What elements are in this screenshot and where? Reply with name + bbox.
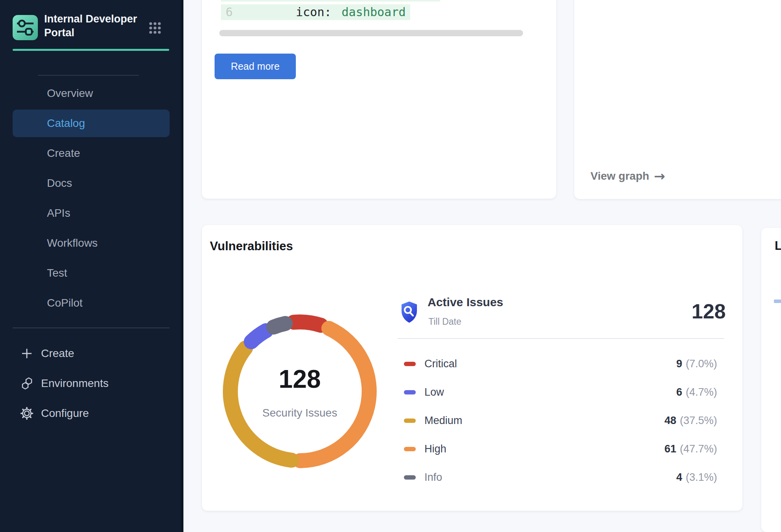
active-issues-total: 128 [647,299,726,323]
code-value: dashboard [342,4,406,20]
legend-swatch [404,419,416,423]
legend-swatch [404,447,416,451]
graph-card [574,0,781,199]
clipped-card-title: L [775,239,781,253]
donut-segment-critical [294,322,321,325]
legend-count: 48 [664,415,676,427]
shield-search-icon [400,301,419,324]
view-graph-label: View graph [590,170,649,182]
donut-segment-low [251,331,266,342]
sidebar-item-create[interactable]: Create [0,341,181,366]
legend-percentage: (37.5%) [680,415,717,427]
clipped-right-card [761,228,781,532]
sidebar-item-configure[interactable]: Configure [0,401,181,426]
app-title: Internal Developer Portal [44,12,144,40]
code-line: 6 icon: dashboard [221,4,410,20]
sidebar-item-catalog[interactable]: Catalog [13,110,170,137]
sidebar-item-workflows[interactable]: Workflows [13,229,170,257]
sidebar: Internal Developer Portal OverviewCatalo… [0,0,183,532]
view-graph-link[interactable]: View graph → [590,170,665,182]
donut-center-value: 128 [241,365,359,394]
sidebar-header-divider [38,75,139,76]
active-issues-title: Active Issues [428,296,503,309]
code-line-number: 6 [226,4,233,20]
active-issues-subtitle: Till Date [428,316,462,327]
donut-segment-high [300,328,369,461]
donut-center-label: Security Issues [231,407,369,419]
legend-label: Medium [424,415,462,427]
legend-count: 9 [676,358,682,370]
clipped-card-bar [774,299,781,303]
legend-row-medium: Medium48(37.5%) [398,406,724,435]
legend-count: 4 [676,471,682,484]
plus-icon [20,346,34,361]
legend-count: 61 [664,443,676,455]
sidebar-item-create[interactable]: Create [13,140,170,167]
legend-label: Critical [424,358,457,370]
sidebar-section-divider [13,327,170,328]
summary-divider [398,338,724,339]
legend-swatch [404,475,416,480]
arrow-right-icon: → [654,171,665,182]
gear-teeth [21,408,33,419]
sidebar-item-copilot[interactable]: CoPilot [13,289,170,317]
hexagons-icon [20,376,34,391]
legend-row-info: Info4(3.1%) [398,463,724,491]
legend-percentage: (3.1%) [686,471,717,484]
sidebar-item-environments[interactable]: Environments [0,371,181,396]
legend-percentage: (47.7%) [680,443,717,455]
code-key: icon: [296,4,331,20]
legend-count: 6 [676,386,682,398]
legend-percentage: (4.7%) [686,386,717,398]
horizontal-scrollbar[interactable] [219,30,523,36]
sidebar-accent-rule [13,49,169,51]
sidebar-footer-nav: Create Environments [0,341,181,431]
vulnerabilities-title: Vulnerabilities [210,239,293,253]
portal-logo-icon [13,15,38,40]
legend-row-low: Low6(4.7%) [398,378,724,406]
severity-legend: Critical9(7.0%)Low6(4.7%)Medium48(37.5%)… [398,350,724,491]
read-more-button[interactable]: Read more [215,54,296,79]
legend-swatch [404,390,416,394]
legend-row-critical: Critical9(7.0%) [398,350,724,378]
sidebar-item-label: Configure [41,407,89,420]
sidebar-item-overview[interactable]: Overview [13,80,170,107]
donut-segment-info [274,324,286,327]
sidebar-item-docs[interactable]: Docs [13,169,170,197]
gear-icon [20,406,34,420]
sidebar-item-apis[interactable]: APIs [13,199,170,227]
apps-grid-icon[interactable] [148,21,162,35]
sidebar-item-label: Create [41,347,74,360]
sidebar-item-test[interactable]: Test [13,259,170,287]
sidebar-nav: OverviewCatalogCreateDocsAPIsWorkflowsTe… [13,80,170,319]
legend-swatch [404,362,416,366]
sidebar-item-label: Environments [41,377,108,390]
app-root: Internal Developer Portal OverviewCatalo… [0,0,781,532]
code-highlight-partial-row [221,0,440,2]
legend-row-high: High61(47.7%) [398,435,724,463]
legend-label: High [424,443,447,455]
legend-label: Info [424,471,442,484]
legend-label: Low [424,386,444,398]
legend-percentage: (7.0%) [686,358,717,370]
